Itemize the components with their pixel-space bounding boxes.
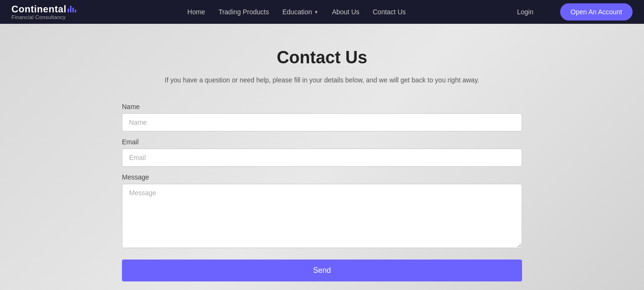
name-input[interactable] [122, 113, 522, 131]
nav-education[interactable]: Education ▼ [282, 8, 319, 16]
send-button[interactable]: Send [122, 260, 522, 281]
logo-bars-icon [68, 6, 76, 12]
name-label: Name [122, 103, 522, 110]
open-account-button[interactable]: Open An Account [560, 3, 633, 20]
message-textarea[interactable] [122, 184, 522, 248]
logo-bar-1 [68, 9, 69, 12]
name-field-group: Name [122, 103, 522, 131]
email-input[interactable] [122, 149, 522, 167]
language-flag-icon[interactable] [541, 8, 553, 16]
message-field-group: Message [122, 173, 522, 250]
nav-links: Home Trading Products Education ▼ About … [187, 8, 405, 16]
page-subtitle: If you have a question or need help, ple… [165, 76, 479, 84]
education-dropdown-arrow-icon: ▼ [314, 10, 319, 15]
nav-home[interactable]: Home [187, 8, 205, 16]
navbar-right: Login Open An Account [517, 3, 633, 20]
email-field-group: Email [122, 138, 522, 167]
logo-bar-4 [75, 10, 76, 12]
email-label: Email [122, 138, 522, 146]
logo-bar-2 [70, 6, 71, 12]
page-title: Contact Us [277, 48, 367, 68]
logo-text: Continental Financial Consultancy [11, 4, 76, 20]
nav-contact-us[interactable]: Contact Us [373, 8, 406, 16]
logo-sub: Financial Consultancy [11, 14, 76, 20]
logo-bar-3 [72, 8, 74, 12]
login-button[interactable]: Login [517, 8, 533, 16]
logo[interactable]: Continental Financial Consultancy [11, 4, 76, 20]
navbar: Continental Financial Consultancy Home T… [0, 0, 644, 24]
nav-trading-products[interactable]: Trading Products [219, 8, 269, 16]
logo-name: Continental [11, 4, 67, 14]
main-content: Contact Us If you have a question or nee… [0, 24, 644, 290]
contact-form: Name Email Message Send [122, 103, 522, 281]
nav-about-us[interactable]: About Us [332, 8, 360, 16]
message-label: Message [122, 173, 522, 181]
